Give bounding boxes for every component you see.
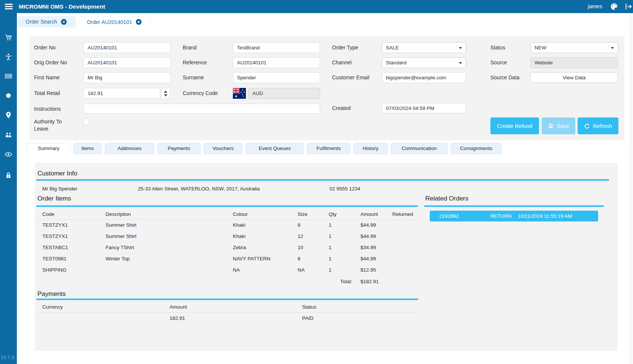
- top-bar: MICROMNI OMS - Development james: [0, 0, 633, 13]
- status-label: Status: [490, 42, 505, 53]
- instructions-input[interactable]: [83, 104, 320, 114]
- menu-icon[interactable]: [5, 4, 13, 10]
- reference-label: Reference: [183, 57, 207, 68]
- cart-icon[interactable]: [4, 34, 12, 42]
- reference-input[interactable]: [233, 57, 320, 68]
- table-row[interactable]: TESTZYX1Summer Shirt Khaki12 1$44.99: [36, 230, 418, 242]
- chevron-down-icon: [459, 62, 462, 64]
- refresh-button[interactable]: Refresh: [578, 117, 618, 134]
- total-row: Total: $182.91: [36, 275, 418, 287]
- table-header-row: Currency Amount Status: [36, 302, 418, 312]
- close-icon[interactable]: [61, 19, 67, 25]
- save-button[interactable]: Save: [542, 117, 575, 134]
- dot-icon[interactable]: [4, 92, 12, 100]
- refresh-icon: [584, 123, 590, 129]
- brand-input[interactable]: [233, 42, 320, 53]
- table-row[interactable]: TESTABC1Fancy TShirt Zebra10 1$34.99: [36, 242, 418, 253]
- surname-input[interactable]: [233, 72, 320, 83]
- step-up-icon[interactable]: [164, 91, 167, 93]
- close-icon[interactable]: [136, 19, 142, 25]
- customer-email-label: Customer Email: [332, 72, 369, 83]
- app-title: MICROMNI OMS - Development: [19, 0, 105, 13]
- created-input[interactable]: [382, 103, 466, 113]
- version-label: 24.7.9.1: [1, 355, 18, 360]
- related-order-type: RETURN: [490, 211, 511, 221]
- summary-panel: Customer Info Mr Big Spender 25-33 Allen…: [35, 163, 618, 351]
- order-type-select[interactable]: SALE: [382, 42, 466, 53]
- australia-flag-icon: [233, 88, 246, 99]
- orig-order-no-label: Orig Order No: [34, 57, 67, 68]
- payments-rule: [36, 299, 418, 300]
- tab-summary[interactable]: Summary: [27, 143, 70, 154]
- tab-event-queues[interactable]: Event Queues: [246, 143, 304, 154]
- total-retail-stepper[interactable]: [161, 88, 170, 99]
- tab-vouchers[interactable]: Vouchers: [204, 143, 243, 154]
- order-no-input[interactable]: [83, 42, 171, 53]
- tab-history[interactable]: History: [353, 143, 388, 154]
- table-row[interactable]: TESTZYX1Summer Shirt Khaki8 1$44.99: [36, 219, 418, 230]
- tab-fulfilments[interactable]: Fulfilments: [307, 143, 350, 154]
- tab-items[interactable]: Items: [73, 143, 102, 154]
- authority-to-leave-checkbox[interactable]: [83, 119, 89, 125]
- channel-label: Channel: [332, 57, 352, 68]
- chevron-down-icon: [459, 47, 462, 49]
- view-data-button[interactable]: View Data: [530, 72, 618, 83]
- related-orders-title: Related Orders: [425, 195, 468, 202]
- step-down-icon[interactable]: [164, 94, 167, 97]
- order-items-table: Code Description Colour Size Qty Amount …: [36, 209, 418, 287]
- channel-select[interactable]: Standard: [382, 57, 466, 68]
- tab-addresses[interactable]: Addresses: [105, 143, 154, 154]
- theme-palette-icon[interactable]: [610, 3, 618, 10]
- tab-order-search[interactable]: Order Search: [17, 16, 76, 27]
- barcode-icon[interactable]: [4, 72, 12, 80]
- chevron-down-icon: [611, 47, 614, 49]
- tab-consignments[interactable]: Consignments: [451, 143, 502, 154]
- table-row[interactable]: 182.91 PAID: [36, 312, 418, 324]
- table-row[interactable]: TEST0981Winter Top NAVY PATTERN8 1$44.99: [36, 253, 418, 264]
- logout-icon[interactable]: [624, 3, 632, 10]
- location-pin-icon[interactable]: [4, 111, 12, 119]
- table-header-row: Code Description Colour Size Qty Amount …: [36, 209, 418, 219]
- table-row[interactable]: SHIPPING NANA 1$12.95: [36, 264, 418, 275]
- status-select[interactable]: NEW: [530, 42, 618, 53]
- instructions-label: Instructions: [34, 104, 61, 114]
- eye-icon[interactable]: [4, 150, 12, 158]
- customer-address: 25-33 Allen Street, WATERLOO, NSW, 2017,…: [138, 186, 260, 192]
- customer-info-rule: [36, 179, 609, 181]
- currency-code-label: Currency Code: [183, 88, 218, 99]
- total-retail-label: Total Retail: [34, 88, 60, 99]
- order-form-panel: Order No Brand Order Type SALE Status NE…: [29, 36, 624, 140]
- first-name-input[interactable]: [83, 72, 171, 83]
- accessibility-icon[interactable]: [4, 53, 12, 61]
- related-order-id: 2192862: [439, 211, 459, 221]
- customer-info-title: Customer Info: [37, 170, 77, 177]
- authority-to-leave-label: Authority To Leave: [34, 118, 77, 132]
- total-retail-input[interactable]: [83, 88, 160, 99]
- total-label: Total:: [323, 275, 354, 287]
- currency-code-field: AUD: [248, 88, 320, 99]
- source-field: Website: [530, 57, 618, 68]
- order-items-rule: [36, 205, 418, 207]
- surname-label: Surname: [183, 72, 204, 83]
- tab-payments[interactable]: Payments: [157, 143, 201, 154]
- related-order-row[interactable]: 2192862 RETURN 10/11/2019 11:55:19 AM: [430, 211, 598, 221]
- source-label: Source: [490, 57, 507, 68]
- order-no-label: Order No: [34, 42, 56, 53]
- order-items-title: Order Items: [37, 195, 71, 202]
- customer-name: Mr Big Spender: [42, 186, 77, 192]
- section-tabs: Summary Items Addresses Payments Voucher…: [27, 143, 502, 154]
- customer-email-input[interactable]: [382, 72, 466, 83]
- create-refund-button[interactable]: Create Refund: [490, 117, 539, 134]
- tab-communication[interactable]: Communication: [391, 143, 448, 154]
- order-type-label: Order Type: [332, 42, 358, 53]
- orig-order-no-input[interactable]: [83, 57, 171, 68]
- total-amount: $182.91: [354, 275, 386, 287]
- lock-icon[interactable]: [4, 171, 12, 179]
- related-order-datetime: 10/11/2019 11:55:19 AM: [518, 211, 572, 221]
- save-icon: [548, 123, 554, 129]
- customers-icon[interactable]: [4, 131, 12, 139]
- username[interactable]: james: [588, 0, 602, 13]
- tab-order-au20140101[interactable]: Order AU20140101: [78, 16, 151, 27]
- scrollbar[interactable]: [630, 13, 633, 364]
- source-data-label: Source Data: [490, 72, 520, 83]
